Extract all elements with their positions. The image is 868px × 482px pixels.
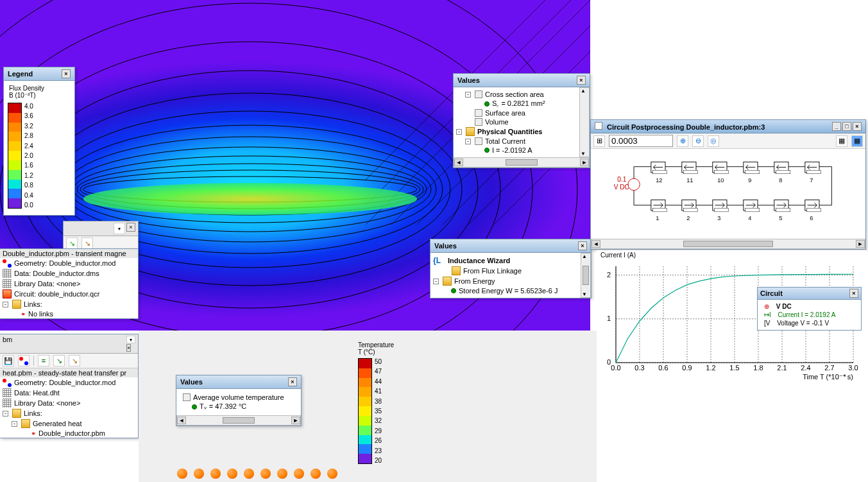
tree-item-data[interactable]: Data: Double_inductor.dms [14, 270, 99, 277]
scroll-up-icon[interactable]: ▲ [581, 88, 588, 94]
zoom-in-icon[interactable]: ⊕ [677, 135, 688, 147]
svg-text:2: 2 [607, 271, 611, 279]
tree-item-links[interactable]: Links: [24, 300, 42, 308]
calculator-icon[interactable]: ⊞ [593, 135, 605, 147]
close-icon[interactable]: × [853, 122, 862, 131]
cross-section-label[interactable]: Cross section area [485, 90, 544, 98]
value-dot-icon [484, 148, 489, 153]
svg-rect-40 [776, 170, 790, 174]
dropdown-icon[interactable]: ▾ [114, 223, 125, 234]
svg-text:1: 1 [656, 215, 659, 221]
close-icon[interactable]: × [577, 76, 586, 85]
scrollbar-vertical[interactable]: ▲ ▼ [581, 253, 591, 298]
minimize-icon[interactable]: _ [832, 122, 841, 131]
tree-header[interactable]: heat.pbm - steady-state heat transfer pr [0, 368, 138, 377]
scroll-right-icon[interactable]: ► [856, 240, 865, 248]
physical-quantities-label[interactable]: Physical Quantities [477, 128, 542, 135]
zoom-out-icon[interactable]: ⊖ [692, 135, 704, 147]
scroll-thumb[interactable] [506, 159, 538, 166]
collapse-icon[interactable]: - [3, 411, 8, 417]
tree-item-geometry[interactable]: Geometry: Double_inductor.mod [14, 379, 115, 386]
checkbox-icon[interactable] [183, 393, 191, 401]
scroll-down-icon[interactable]: ▼ [582, 291, 590, 297]
scroll-down-icon[interactable]: ▼ [581, 151, 588, 157]
coil-turn [177, 469, 187, 479]
collapse-icon[interactable]: - [12, 421, 17, 427]
tool-green-icon[interactable]: ↘ [66, 237, 78, 249]
svg-text:2.4: 2.4 [801, 364, 810, 372]
coil-turn [311, 469, 321, 479]
values-panel-inductance: Values × {L Inductance Wizard From Flux … [430, 239, 591, 298]
scrollbar-horizontal[interactable]: ◄ ► [454, 157, 590, 168]
tree-item-library[interactable]: Library Data: <none> [14, 399, 80, 407]
collapse-icon[interactable]: - [3, 302, 8, 307]
scrollbar-vertical[interactable]: ▲ ▼ [579, 87, 590, 157]
tool-brown-icon[interactable]: ↘ [81, 237, 93, 249]
dropdown-icon[interactable]: ▾ [126, 336, 135, 343]
maximize-icon[interactable]: □ [842, 122, 851, 131]
popup-current-value: Current I = 2.0192 A [778, 311, 836, 318]
close-icon[interactable]: × [126, 223, 135, 232]
svg-text:1.8: 1.8 [753, 364, 763, 372]
inductance-wizard-label[interactable]: Inductance Wizard [448, 257, 510, 264]
tool-brown-icon[interactable]: ↘ [69, 355, 80, 366]
data-icon [3, 388, 12, 397]
close-icon[interactable]: × [126, 344, 131, 352]
svg-text:0.3: 0.3 [634, 364, 644, 372]
checkbox-icon[interactable] [475, 109, 482, 117]
collapse-icon[interactable]: - [465, 92, 471, 98]
scrollbar-horizontal[interactable]: ◄ ► [591, 239, 865, 249]
checkbox-icon[interactable] [475, 137, 482, 145]
coil-turn [327, 469, 337, 479]
tool-green-icon[interactable]: ↘ [53, 355, 65, 366]
scroll-right-icon[interactable]: ► [580, 159, 589, 166]
collapse-icon[interactable]: - [465, 139, 471, 144]
tree-item-geometry[interactable]: Geometry: Double_inductor.mod [14, 259, 115, 267]
legend-unit: B (10⁻³T) [9, 92, 69, 99]
close-icon[interactable]: × [62, 69, 71, 78]
scroll-thumb[interactable] [683, 241, 773, 247]
tree-item-generated[interactable]: Generated heat [33, 420, 81, 427]
close-icon[interactable]: × [578, 241, 587, 250]
table-icon[interactable]: ▦ [836, 135, 847, 147]
equals-icon[interactable]: = [38, 355, 49, 366]
scroll-thumb[interactable] [223, 417, 255, 424]
checkbox-icon[interactable] [475, 118, 482, 126]
svg-rect-46 [653, 208, 667, 212]
volume-label[interactable]: Volume [485, 118, 509, 126]
svg-rect-34 [715, 170, 729, 174]
folder-icon [466, 127, 475, 136]
save-icon[interactable]: 💾 [3, 355, 14, 366]
scroll-up-icon[interactable]: ▲ [582, 254, 590, 259]
scrollbar-horizontal[interactable]: ◄ ► [176, 415, 301, 426]
tree-item-links[interactable]: Links: [24, 409, 42, 417]
from-flux-label[interactable]: From Flux Linkage [463, 267, 522, 275]
from-energy-label[interactable]: From Energy [454, 277, 495, 285]
tree-item-data[interactable]: Data: Heat.dht [14, 389, 60, 397]
coil-turn [210, 469, 221, 479]
values-panel-physical: Values × -Cross section area S꜀ = 0.2821… [453, 73, 590, 168]
tree-header[interactable]: Double_inductor.pbm - transient magne [0, 249, 138, 258]
surface-label[interactable]: Surface area [485, 109, 525, 117]
checkbox-icon[interactable] [475, 90, 482, 98]
circuit-window-title: Circuit Postprocessing Double_inductor.p… [607, 123, 765, 131]
scroll-left-icon[interactable]: ◄ [591, 240, 600, 248]
tree-item-linked-file[interactable]: Double_inductor.pbm [38, 429, 105, 437]
total-current-label[interactable]: Total Current [485, 137, 525, 145]
close-icon[interactable]: × [849, 289, 858, 298]
coil-turn [260, 469, 271, 479]
collapse-icon[interactable]: - [433, 279, 439, 284]
scroll-right-icon[interactable]: ► [291, 417, 300, 424]
tree-item-library[interactable]: Library Data: <none> [14, 280, 80, 288]
geometry-icon[interactable] [18, 355, 30, 366]
cross-section-value: S꜀ = 0.2821 mm² [492, 99, 545, 108]
table-blue-icon[interactable]: ▦ [851, 135, 863, 147]
zoom-fit-icon[interactable]: ◎ [708, 135, 719, 147]
close-icon[interactable]: × [288, 377, 297, 386]
scroll-thumb[interactable] [583, 266, 589, 285]
scroll-left-icon[interactable]: ◄ [177, 417, 186, 424]
scroll-left-icon[interactable]: ◄ [454, 159, 463, 166]
tree-item-circuit[interactable]: Circuit: double_inductor.qcr [14, 290, 99, 298]
collapse-icon[interactable]: - [456, 129, 462, 135]
time-input[interactable] [609, 135, 673, 147]
